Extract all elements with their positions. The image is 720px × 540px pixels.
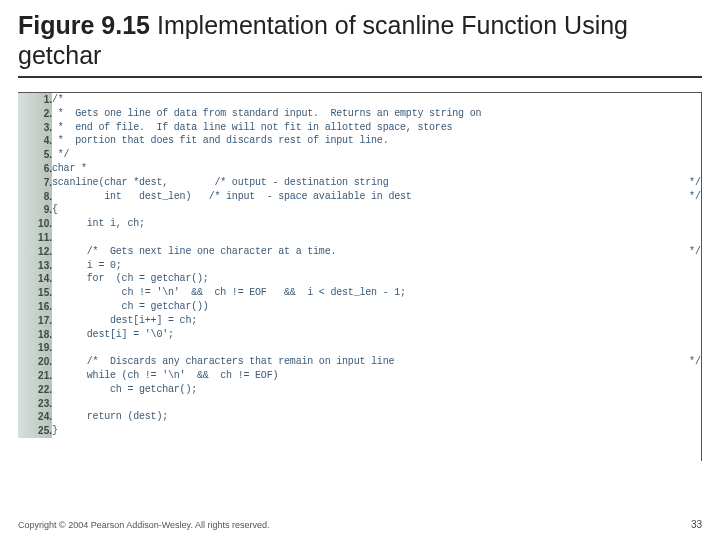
code-line: 7.scanline(char *dest, /* output - desti…	[18, 176, 701, 190]
code-right	[665, 203, 701, 217]
code-line: 20. /* Discards any characters that rema…	[18, 355, 701, 369]
code-right	[665, 93, 701, 107]
code-line: 24. return (dest);	[18, 410, 701, 424]
code-line: 25.}	[18, 424, 701, 438]
line-number: 16.	[18, 300, 52, 314]
line-number: 7.	[18, 176, 52, 190]
code-right	[665, 121, 701, 135]
code-text: for (ch = getchar();	[52, 272, 665, 286]
code-right	[665, 107, 701, 121]
code-right	[665, 148, 701, 162]
code-right	[665, 272, 701, 286]
line-number: 20.	[18, 355, 52, 369]
line-number: 12.	[18, 245, 52, 259]
code-right: */	[665, 355, 701, 369]
code-line: 1./*	[18, 93, 701, 107]
code-right	[665, 424, 701, 438]
line-number: 25.	[18, 424, 52, 438]
code-line: 9.{	[18, 203, 701, 217]
code-right	[665, 217, 701, 231]
code-right	[665, 397, 701, 411]
line-number: 10.	[18, 217, 52, 231]
code-text: while (ch != '\n' && ch != EOF)	[52, 369, 665, 383]
code-text: char *	[52, 162, 665, 176]
line-number: 3.	[18, 121, 52, 135]
code-right	[665, 383, 701, 397]
code-text: int i, ch;	[52, 217, 665, 231]
code-line: 22. ch = getchar();	[18, 383, 701, 397]
line-number: 14.	[18, 272, 52, 286]
code-line: 21. while (ch != '\n' && ch != EOF)	[18, 369, 701, 383]
line-number: 18.	[18, 328, 52, 342]
code-line: 11.	[18, 231, 701, 245]
line-number: 8.	[18, 190, 52, 204]
code-text: ch = getchar();	[52, 383, 665, 397]
code-text: ch = getchar())	[52, 300, 665, 314]
code-line: 13. i = 0;	[18, 259, 701, 273]
line-number: 2.	[18, 107, 52, 121]
code-line: 10. int i, ch;	[18, 217, 701, 231]
code-text: ch != '\n' && ch != EOF && i < dest_len …	[52, 286, 665, 300]
figure-title: Figure 9.15 Implementation of scanline F…	[0, 0, 720, 74]
code-line: 2. * Gets one line of data from standard…	[18, 107, 701, 121]
code-line: 14. for (ch = getchar();	[18, 272, 701, 286]
code-line: 8. int dest_len) /* input - space availa…	[18, 190, 701, 204]
code-listing: 1./*2. * Gets one line of data from stan…	[18, 92, 702, 461]
line-number: 5.	[18, 148, 52, 162]
code-text: scanline(char *dest, /* output - destina…	[52, 176, 665, 190]
code-right	[665, 328, 701, 342]
line-number: 24.	[18, 410, 52, 424]
code-text: * portion that does fit and discards res…	[52, 134, 665, 148]
copyright-text: Copyright © 2004 Pearson Addison-Wesley.…	[18, 520, 269, 530]
code-right	[665, 369, 701, 383]
title-underline	[18, 76, 702, 78]
code-text	[52, 397, 665, 411]
code-text: * end of file. If data line will not fit…	[52, 121, 665, 135]
code-text	[52, 341, 665, 355]
line-number: 22.	[18, 383, 52, 397]
code-right	[665, 314, 701, 328]
code-right	[665, 231, 701, 245]
code-text: }	[52, 424, 665, 438]
code-text: int dest_len) /* input - space available…	[52, 190, 665, 204]
code-text: {	[52, 203, 665, 217]
code-right: */	[665, 245, 701, 259]
line-number: 4.	[18, 134, 52, 148]
code-right: */	[665, 176, 701, 190]
line-number: 1.	[18, 93, 52, 107]
line-number: 21.	[18, 369, 52, 383]
code-line: 17. dest[i++] = ch;	[18, 314, 701, 328]
code-text	[52, 231, 665, 245]
code-line: 18. dest[i] = '\0';	[18, 328, 701, 342]
code-right	[665, 259, 701, 273]
code-text: dest[i] = '\0';	[52, 328, 665, 342]
line-number: 17.	[18, 314, 52, 328]
line-number: 15.	[18, 286, 52, 300]
code-right	[665, 134, 701, 148]
code-text: * Gets one line of data from standard in…	[52, 107, 665, 121]
code-text: dest[i++] = ch;	[52, 314, 665, 328]
code-table: 1./*2. * Gets one line of data from stan…	[18, 93, 701, 438]
code-line: 4. * portion that does fit and discards …	[18, 134, 701, 148]
page-number: 33	[691, 519, 702, 530]
code-line: 3. * end of file. If data line will not …	[18, 121, 701, 135]
code-text: i = 0;	[52, 259, 665, 273]
code-text: /* Gets next line one character at a tim…	[52, 245, 665, 259]
code-text: return (dest);	[52, 410, 665, 424]
code-line: 15. ch != '\n' && ch != EOF && i < dest_…	[18, 286, 701, 300]
code-text: */	[52, 148, 665, 162]
code-right	[665, 162, 701, 176]
line-number: 11.	[18, 231, 52, 245]
line-number: 6.	[18, 162, 52, 176]
code-line: 6.char *	[18, 162, 701, 176]
code-right	[665, 300, 701, 314]
line-number: 23.	[18, 397, 52, 411]
code-right	[665, 410, 701, 424]
code-line: 5. */	[18, 148, 701, 162]
code-text: /* Discards any characters that remain o…	[52, 355, 665, 369]
line-number: 9.	[18, 203, 52, 217]
code-line: 16. ch = getchar())	[18, 300, 701, 314]
line-number: 13.	[18, 259, 52, 273]
code-right	[665, 341, 701, 355]
line-number: 19.	[18, 341, 52, 355]
